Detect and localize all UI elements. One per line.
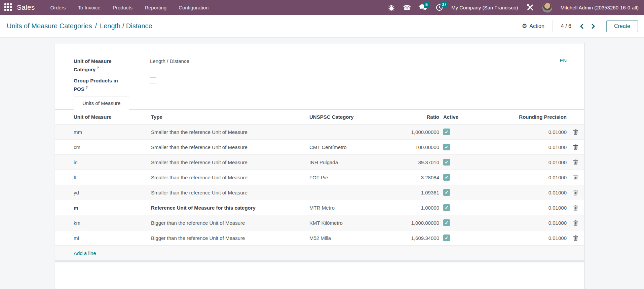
cell-rounding[interactable]: 0.01000 [464, 175, 567, 180]
table-row[interactable]: cm Smaller than the reference Unit of Me… [55, 140, 584, 155]
user-menu[interactable]: Mitchell Admin (20353260-16-0-all) [560, 5, 639, 10]
delete-row-button[interactable] [573, 144, 578, 150]
create-button[interactable]: Create [606, 20, 638, 32]
cell-ratio[interactable]: 1.09361 [389, 190, 439, 195]
pager-counter: 4 / 6 [561, 23, 571, 29]
app-name[interactable]: Sales [17, 3, 35, 11]
cell-rounding[interactable]: 0.01000 [464, 144, 567, 150]
cell-active: ✓ [439, 204, 464, 211]
menu-orders[interactable]: Orders [50, 5, 66, 10]
cell-type[interactable]: Bigger than the reference Unit of Measur… [151, 235, 309, 241]
pager-next-button[interactable] [590, 22, 597, 30]
messages-icon[interactable]: 5 [419, 4, 427, 11]
cell-ratio[interactable]: 3.28084 [389, 175, 439, 180]
header-unspsc-category[interactable]: UNSPSC Category [309, 114, 389, 120]
cell-ratio[interactable]: 1,609.34000 [389, 235, 439, 241]
action-menu-button[interactable]: ⚙ Action [522, 23, 544, 30]
header-active[interactable]: Active [439, 114, 464, 120]
active-checkbox[interactable]: ✓ [443, 159, 450, 166]
table-row[interactable]: km Bigger than the reference Unit of Mea… [55, 215, 584, 230]
cell-uom[interactable]: yd [55, 190, 151, 195]
cell-unspsc[interactable]: CMT Centímetro [309, 144, 389, 150]
table-row[interactable]: ft Smaller than the reference Unit of Me… [55, 170, 584, 185]
add-a-line-link[interactable]: Add a line [55, 246, 584, 261]
active-checkbox[interactable]: ✓ [443, 219, 450, 226]
cell-type[interactable]: Smaller than the reference Unit of Measu… [151, 129, 309, 135]
cell-type[interactable]: Smaller than the reference Unit of Measu… [151, 144, 309, 150]
cell-type[interactable]: Smaller than the reference Unit of Measu… [151, 175, 309, 180]
delete-row-button[interactable] [573, 175, 578, 180]
group-pos-checkbox[interactable] [150, 77, 156, 83]
cell-uom[interactable]: m [55, 205, 151, 211]
cell-rounding[interactable]: 0.01000 [464, 129, 567, 135]
cell-ratio[interactable]: 1.00000 [389, 205, 439, 211]
pager-previous-button[interactable] [578, 22, 585, 30]
cell-uom[interactable]: cm [55, 144, 151, 150]
cell-uom[interactable]: ft [55, 175, 151, 180]
cell-rounding[interactable]: 0.01000 [464, 205, 567, 211]
cell-rounding[interactable]: 0.01000 [464, 220, 567, 226]
delete-row-button[interactable] [573, 220, 578, 226]
active-checkbox[interactable]: ✓ [443, 144, 450, 150]
help-icon[interactable]: ? [86, 86, 88, 89]
active-checkbox[interactable]: ✓ [443, 189, 450, 196]
cell-actions [567, 159, 584, 165]
cell-uom[interactable]: in [55, 159, 151, 165]
debug-bug-icon[interactable] [388, 4, 395, 11]
header-ratio[interactable]: Ratio [389, 114, 439, 120]
delete-row-button[interactable] [573, 235, 578, 241]
cell-unspsc[interactable]: MTR Metro [309, 205, 389, 211]
active-checkbox[interactable]: ✓ [443, 129, 450, 135]
header-rounding-precision[interactable]: Rounding Precision [464, 114, 567, 120]
help-icon[interactable]: ? [97, 66, 99, 70]
activities-clock-icon[interactable]: 37 [435, 4, 443, 11]
delete-row-button[interactable] [573, 159, 578, 165]
active-checkbox[interactable]: ✓ [443, 204, 450, 211]
table-row[interactable]: mi Bigger than the reference Unit of Mea… [55, 230, 584, 246]
cell-type[interactable]: Bigger than the reference Unit of Measur… [151, 220, 309, 226]
cell-uom[interactable]: mi [55, 235, 151, 241]
header-unit-of-measure[interactable]: Unit of Measure [55, 114, 151, 120]
active-checkbox[interactable]: ✓ [443, 174, 450, 181]
table-row[interactable]: m Reference Unit of Measure for this cat… [55, 200, 584, 215]
topbar: Sales OrdersTo InvoiceProductsReportingC… [0, 0, 644, 15]
cell-ratio[interactable]: 100.00000 [389, 144, 439, 150]
breadcrumb-root-link[interactable]: Units of Measure Categories [7, 22, 92, 30]
cell-rounding[interactable]: 0.01000 [464, 190, 567, 195]
cell-rounding[interactable]: 0.01000 [464, 159, 567, 165]
active-checkbox[interactable]: ✓ [443, 234, 450, 241]
cell-unspsc[interactable]: INH Pulgada [309, 159, 389, 165]
user-avatar[interactable] [542, 3, 552, 12]
menu-configuration[interactable]: Configuration [179, 5, 209, 10]
cell-type[interactable]: Smaller than the reference Unit of Measu… [151, 159, 309, 165]
cell-type[interactable]: Reference Unit of Measure for this categ… [151, 205, 309, 211]
menu-products[interactable]: Products [113, 5, 132, 10]
cell-type[interactable]: Smaller than the reference Unit of Measu… [151, 190, 309, 195]
menu-to-invoice[interactable]: To Invoice [78, 5, 101, 10]
field-uom-category-label: Unit of Measure Category ? [74, 58, 150, 73]
delete-row-button[interactable] [573, 190, 578, 195]
table-row[interactable]: in Smaller than the reference Unit of Me… [55, 155, 584, 170]
delete-row-button[interactable] [573, 129, 578, 135]
table-row[interactable]: mm Smaller than the reference Unit of Me… [55, 124, 584, 140]
apps-menu-icon[interactable] [4, 3, 12, 11]
language-badge[interactable]: EN [560, 58, 567, 63]
cell-ratio[interactable]: 1,000.00000 [389, 129, 439, 135]
cell-ratio[interactable]: 39.37010 [389, 159, 439, 165]
cell-unspsc[interactable]: FOT Pie [309, 175, 389, 180]
voip-phone-icon[interactable]: ☎ [403, 4, 411, 11]
cell-uom[interactable]: mm [55, 129, 151, 135]
cell-unspsc[interactable]: KMT Kilómetro [309, 220, 389, 226]
cell-unspsc[interactable]: M52 Milla [309, 235, 389, 241]
company-switcher[interactable]: My Company (San Francisco) [451, 5, 518, 10]
support-tools-icon[interactable] [526, 3, 534, 11]
cell-rounding[interactable]: 0.01000 [464, 235, 567, 241]
cell-uom[interactable]: km [55, 220, 151, 226]
cell-ratio[interactable]: 1,000.00000 [389, 220, 439, 226]
header-type[interactable]: Type [151, 114, 309, 120]
menu-reporting[interactable]: Reporting [145, 5, 166, 10]
field-uom-category-value[interactable]: Length / Distance [150, 58, 189, 65]
tab-units-of-measure[interactable]: Units of Measure [74, 97, 129, 110]
table-row[interactable]: yd Smaller than the reference Unit of Me… [55, 185, 584, 200]
delete-row-button[interactable] [573, 205, 578, 211]
